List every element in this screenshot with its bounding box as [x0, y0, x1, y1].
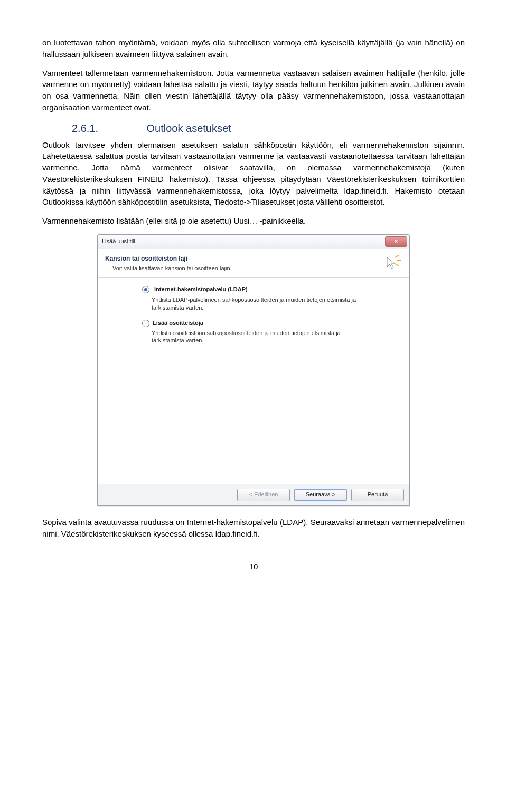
- section-title: Outlook asetukset: [147, 122, 231, 134]
- radio-add-addressbooks[interactable]: [142, 320, 149, 327]
- radio-ldap[interactable]: [142, 286, 149, 293]
- option-add-addressbooks-desc: Yhdistä osoitteistoon sähköpostiosoittei…: [152, 329, 374, 345]
- option-ldap-label: Internet-hakemistopalvelu (LDAP): [154, 286, 248, 292]
- paragraph-2: Varmenteet tallennetaan varmennehakemist…: [42, 68, 465, 113]
- close-button[interactable]: ×: [385, 236, 407, 247]
- next-button[interactable]: Seuraava >: [294, 489, 347, 501]
- option-add-addressbooks[interactable]: Lisää osoitteistoja Yhdistä osoitteistoo…: [142, 319, 374, 345]
- section-number: 2.6.1.: [72, 121, 144, 136]
- close-icon: ×: [395, 237, 398, 246]
- dialog-header-title: Kansion tai osoitteiston laji: [105, 254, 232, 263]
- cancel-button[interactable]: Peruuta: [351, 489, 404, 501]
- dialog-titlebar[interactable]: Lisää uusi tili ×: [98, 235, 409, 249]
- svg-line-3: [395, 264, 399, 266]
- svg-line-1: [395, 255, 399, 257]
- add-account-dialog: Lisää uusi tili × Kansion tai osoitteist…: [97, 234, 410, 507]
- section-heading: 2.6.1. Outlook asetukset: [42, 121, 465, 136]
- option-add-addressbooks-label: Lisää osoitteistoja: [153, 319, 203, 328]
- dialog-button-bar: < Edellinen Seuraava > Peruuta: [98, 484, 409, 505]
- paragraph-5: Sopiva valinta avautuvassa ruudussa on I…: [42, 517, 465, 540]
- paragraph-1: on luotettavan tahon myöntämä, voidaan m…: [42, 37, 465, 60]
- paragraph-3: Outlook tarvitsee yhden olennaisen asetu…: [42, 139, 465, 208]
- option-ldap-desc: Yhdistä LDAP-palvelimeen sähköpostiosoit…: [152, 296, 374, 312]
- page-number: 10: [42, 561, 465, 572]
- option-ldap[interactable]: Internet-hakemistopalvelu (LDAP) Yhdistä…: [142, 285, 374, 312]
- wizard-cursor-icon: [378, 254, 402, 273]
- svg-marker-0: [387, 257, 395, 269]
- previous-button: < Edellinen: [237, 489, 290, 501]
- dialog-title: Lisää uusi tili: [102, 237, 135, 246]
- paragraph-4: Varmennehakemisto lisätään (ellei sitä j…: [42, 215, 465, 227]
- dialog-header-subtitle: Voit valita lisättävän kansion tai osoit…: [112, 264, 232, 273]
